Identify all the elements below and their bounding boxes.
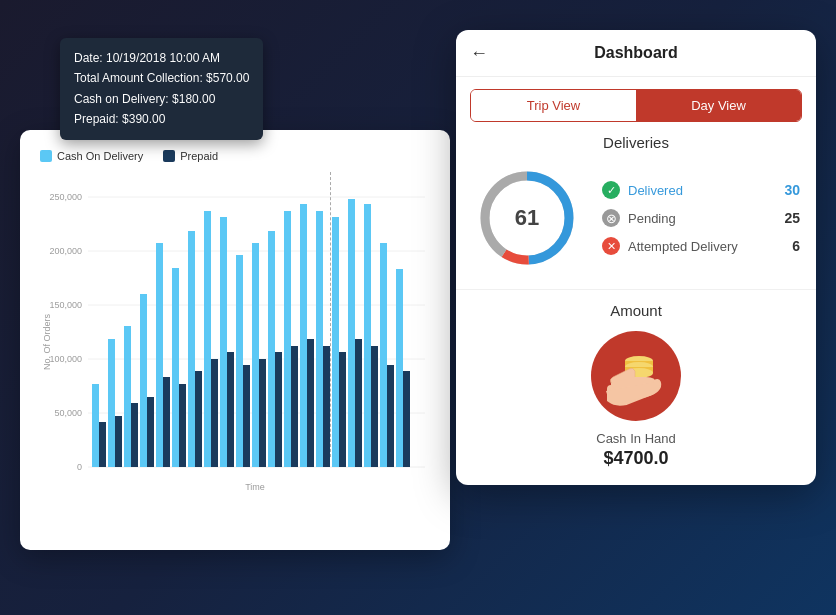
svg-rect-13: [92, 384, 99, 467]
svg-rect-29: [220, 217, 227, 467]
svg-rect-35: [268, 231, 275, 467]
svg-rect-22: [163, 377, 170, 467]
amount-icon: [591, 331, 681, 421]
stat-row-attempted: ✕ Attempted Delivery 6: [602, 232, 800, 260]
back-button[interactable]: ←: [470, 43, 488, 64]
pending-label: Pending: [628, 211, 676, 226]
cash-in-hand-value: $4700.0: [472, 448, 800, 469]
delivered-icon: ✓: [602, 181, 620, 199]
legend-prepaid-label: Prepaid: [180, 150, 218, 162]
svg-rect-50: [387, 365, 394, 467]
svg-rect-30: [227, 352, 234, 467]
amount-svg: [601, 341, 671, 411]
delivered-label: Delivered: [628, 183, 683, 198]
delivered-count: 30: [784, 182, 800, 198]
pending-icon: ⊗: [602, 209, 620, 227]
tab-trip-view[interactable]: Trip View: [471, 90, 636, 121]
svg-rect-46: [355, 339, 362, 467]
legend-cod-dot: [40, 150, 52, 162]
tooltip-cod: Cash on Delivery: $180.00: [74, 89, 249, 109]
pending-count: 25: [784, 210, 800, 226]
stat-row-pending: ⊗ Pending 25: [602, 204, 800, 232]
donut-center-value: 61: [515, 205, 539, 231]
svg-rect-20: [147, 397, 154, 467]
svg-text:200,000: 200,000: [49, 246, 82, 256]
svg-rect-14: [99, 422, 106, 467]
svg-rect-27: [204, 211, 211, 467]
svg-rect-28: [211, 359, 218, 467]
dashboard-card: ← Dashboard Trip View Day View Deliverie…: [456, 30, 816, 485]
svg-rect-38: [291, 346, 298, 467]
amount-icon-container: [472, 331, 800, 421]
legend-prepaid-dot: [163, 150, 175, 162]
deliveries-row: 61 ✓ Delivered 30 ⊗ Pending 25: [456, 163, 816, 289]
bar-chart-svg: 250,000 200,000 150,000 100,000 50,000 0…: [40, 172, 430, 512]
delivery-stats: ✓ Delivered 30 ⊗ Pending 25 ✕ Attempte: [602, 176, 800, 260]
svg-text:No. Of Orders: No. Of Orders: [42, 313, 52, 370]
svg-rect-39: [300, 204, 307, 467]
svg-rect-36: [275, 352, 282, 467]
stat-left-delivered: ✓ Delivered: [602, 181, 683, 199]
svg-rect-45: [348, 199, 355, 467]
stat-row-delivered: ✓ Delivered 30: [602, 176, 800, 204]
stat-left-attempted: ✕ Attempted Delivery: [602, 237, 738, 255]
stat-left-pending: ⊗ Pending: [602, 209, 676, 227]
attempted-label: Attempted Delivery: [628, 239, 738, 254]
svg-rect-15: [108, 339, 115, 467]
deliveries-section-title: Deliveries: [456, 134, 816, 151]
tab-bar: Trip View Day View: [470, 89, 802, 122]
tooltip-date: Date: 10/19/2018 10:00 AM: [74, 48, 249, 68]
dashboard-header: ← Dashboard: [456, 30, 816, 77]
svg-rect-51: [396, 269, 403, 467]
svg-rect-32: [243, 365, 250, 467]
svg-rect-26: [195, 371, 202, 467]
amount-section-title: Amount: [472, 302, 800, 319]
svg-rect-21: [156, 243, 163, 467]
svg-rect-40: [307, 339, 314, 467]
svg-rect-48: [371, 346, 378, 467]
chart-tooltip: Date: 10/19/2018 10:00 AM Total Amount C…: [60, 38, 263, 140]
svg-rect-16: [115, 416, 122, 467]
svg-text:50,000: 50,000: [54, 408, 82, 418]
svg-rect-43: [332, 217, 339, 467]
attempted-icon: ✕: [602, 237, 620, 255]
tooltip-prepaid: Prepaid: $390.00: [74, 109, 249, 129]
svg-rect-49: [380, 243, 387, 467]
tooltip-total: Total Amount Collection: $570.00: [74, 68, 249, 88]
svg-rect-17: [124, 326, 131, 467]
legend-cod-label: Cash On Delivery: [57, 150, 143, 162]
svg-rect-24: [179, 384, 186, 467]
dashboard-title: Dashboard: [594, 44, 678, 62]
cash-in-hand-label: Cash In Hand: [472, 431, 800, 446]
svg-text:150,000: 150,000: [49, 300, 82, 310]
svg-rect-31: [236, 255, 243, 467]
svg-rect-44: [339, 352, 346, 467]
svg-rect-19: [140, 294, 147, 467]
attempted-count: 6: [792, 238, 800, 254]
svg-text:100,000: 100,000: [49, 354, 82, 364]
chart-legend: Cash On Delivery Prepaid: [40, 150, 430, 162]
chart-area: 250,000 200,000 150,000 100,000 50,000 0…: [40, 172, 430, 512]
svg-rect-33: [252, 243, 259, 467]
svg-rect-52: [403, 371, 410, 467]
amount-section: Amount: [456, 290, 816, 485]
donut-chart: 61: [472, 163, 582, 273]
svg-rect-23: [172, 268, 179, 467]
svg-rect-42: [323, 346, 330, 467]
svg-rect-37: [284, 211, 291, 467]
svg-rect-34: [259, 359, 266, 467]
svg-rect-41: [316, 211, 323, 467]
svg-text:Time: Time: [245, 482, 265, 492]
legend-cod: Cash On Delivery: [40, 150, 143, 162]
svg-rect-18: [131, 403, 138, 467]
svg-text:250,000: 250,000: [49, 192, 82, 202]
tab-day-view[interactable]: Day View: [636, 90, 801, 121]
svg-rect-47: [364, 204, 371, 467]
legend-prepaid: Prepaid: [163, 150, 218, 162]
svg-rect-25: [188, 231, 195, 467]
chart-card: Cash On Delivery Prepaid 250,000 200,000…: [20, 130, 450, 550]
svg-text:0: 0: [77, 462, 82, 472]
